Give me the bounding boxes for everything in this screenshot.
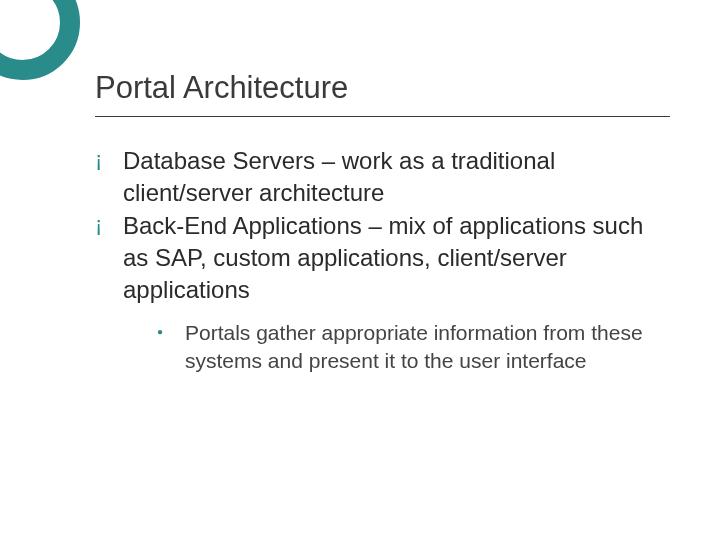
bullet-text: Portals gather appropriate information f… bbox=[185, 321, 643, 372]
bullet-text: Database Servers – work as a traditional… bbox=[123, 147, 555, 206]
title-underline bbox=[95, 116, 670, 117]
sub-bullet-list: Portals gather appropriate information f… bbox=[123, 319, 670, 374]
slide: Portal Architecture Database Servers – w… bbox=[0, 0, 720, 540]
list-item: Back-End Applications – mix of applicati… bbox=[95, 210, 670, 374]
slide-title: Portal Architecture bbox=[95, 70, 670, 110]
bullet-text: Back-End Applications – mix of applicati… bbox=[123, 212, 643, 302]
list-item: Database Servers – work as a traditional… bbox=[95, 145, 670, 208]
bullet-list: Database Servers – work as a traditional… bbox=[95, 145, 670, 375]
list-item: Portals gather appropriate information f… bbox=[157, 319, 670, 374]
